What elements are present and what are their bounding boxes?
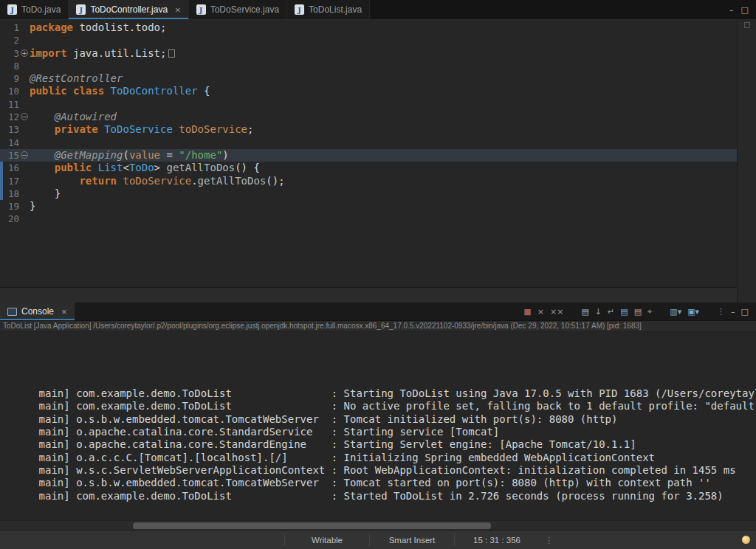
tab-label: ToDoService.java — [210, 4, 279, 15]
console-log-line: main] com.example.demo.ToDoList : Starte… — [1, 490, 756, 503]
code-line-3[interactable]: 3+import java.util.List; — [0, 47, 737, 60]
clear-console-icon[interactable]: ▤ — [581, 308, 588, 316]
console-panel: Console × ■×××▤↓↵▤▤⌖▥▾▣▾⋮–□ ToDoList [Ja… — [0, 303, 756, 530]
code-line-18[interactable]: 18 } — [0, 187, 737, 200]
folded-region-box[interactable] — [168, 49, 175, 58]
console-output[interactable]: main] com.example.demo.ToDoList : Starti… — [0, 332, 756, 520]
tab-todocontroller-java[interactable]: JToDoController.java× — [69, 0, 188, 19]
pin-console-icon[interactable]: ⌖ — [647, 308, 652, 316]
maximize-view-icon[interactable]: □ — [741, 308, 749, 316]
tab-todolist-java[interactable]: JToDoList.java — [287, 0, 370, 19]
tab-label: ToDoList.java — [309, 4, 362, 15]
line-number: 3 — [3, 47, 19, 60]
code-line-1[interactable]: 1package todolist.todo; — [0, 21, 737, 34]
java-file-icon: J — [295, 4, 304, 15]
console-log-line: main] o.s.b.w.embedded.tomcat.TomcatWebS… — [1, 477, 756, 489]
line-number: 12 — [3, 111, 19, 123]
status-writable: Writable — [284, 534, 369, 546]
tab-todo-java[interactable]: JToDo.java — [0, 0, 69, 19]
code-line-12[interactable]: 12− @Autowired — [0, 111, 737, 123]
console-tab-label: Console — [21, 306, 54, 317]
line-number: 1 — [3, 21, 19, 34]
console-log-line: main] o.apache.catalina.core.StandardSer… — [1, 426, 756, 438]
open-console-icon[interactable]: ▣▾ — [687, 308, 699, 316]
show-stderr-changes-icon[interactable]: ▤ — [634, 308, 642, 316]
line-number: 16 — [3, 162, 19, 174]
status-spacer — [0, 531, 284, 549]
editor-code: 1package todolist.todo;23+import java.ut… — [0, 21, 737, 226]
line-number: 8 — [3, 60, 19, 72]
console-log-line: main] o.a.c.c.C.[Tomcat].[localhost].[/]… — [1, 452, 756, 464]
remove-all-launches-icon[interactable]: ×× — [550, 308, 563, 316]
line-number: 17 — [3, 175, 19, 187]
code-line-14[interactable]: 14 — [0, 137, 737, 149]
show-stdout-changes-icon[interactable]: ▤ — [620, 308, 628, 316]
console-hscrollbar[interactable] — [0, 520, 756, 530]
line-number: 14 — [3, 137, 19, 149]
status-insert-mode: Smart Insert — [369, 534, 454, 546]
notification-bulb-icon[interactable] — [742, 536, 750, 544]
scroll-lock-icon[interactable]: ↓ — [595, 308, 602, 316]
tab-label: ToDoController.java — [90, 4, 168, 15]
line-number: 10 — [3, 85, 19, 97]
fold-collapsed-icon[interactable]: + — [21, 49, 28, 57]
code-line-19[interactable]: 19} — [0, 200, 737, 213]
console-log-line: main] o.apache.catalina.core.StandardEng… — [1, 438, 756, 451]
code-line-2[interactable]: 2 — [0, 34, 737, 46]
line-number: 9 — [3, 72, 19, 85]
line-number: 20 — [3, 213, 19, 225]
status-bar: Writable Smart Insert 15 : 31 : 356 ⋮ — [0, 530, 756, 549]
editor-hscrollbar[interactable] — [0, 287, 737, 303]
line-number: 2 — [3, 34, 19, 46]
tab-label: ToDo.java — [21, 4, 61, 15]
code-line-15[interactable]: 15− @GetMapping(value = "/home") — [0, 149, 737, 162]
console-toolbar: ■×××▤↓↵▤▤⌖▥▾▣▾⋮–□ — [523, 303, 756, 320]
line-number: 15 — [3, 149, 19, 162]
remove-launch-icon[interactable]: × — [537, 308, 544, 316]
code-line-8[interactable]: 8 — [0, 60, 737, 72]
code-line-13[interactable]: 13 private ToDoService toDoService; — [0, 123, 737, 136]
terminate-icon[interactable]: ■ — [523, 308, 531, 316]
console-log-line: main] o.s.b.w.embedded.tomcat.TomcatWebS… — [1, 413, 756, 426]
console-icon — [7, 308, 17, 316]
hscroll-thumb[interactable] — [133, 522, 491, 529]
line-number: 18 — [3, 187, 19, 200]
line-number: 13 — [3, 123, 19, 136]
editor-tab-bar: JToDo.javaJToDoController.java×JToDoServ… — [0, 0, 756, 20]
console-log-line: main] w.s.c.ServletWebServerApplicationC… — [1, 464, 756, 477]
code-line-10[interactable]: 10public class ToDoController { — [0, 85, 737, 97]
line-number: 11 — [3, 98, 19, 111]
word-wrap-icon[interactable]: ↵ — [608, 308, 614, 316]
editor-area-controls: –□ — [729, 0, 756, 19]
close-console-icon[interactable]: × — [61, 307, 67, 317]
editor-tabs: JToDo.javaJToDoController.java×JToDoServ… — [0, 0, 370, 19]
tab-console[interactable]: Console × — [0, 303, 75, 320]
java-file-icon: J — [196, 4, 206, 15]
editor-vscrollbar[interactable] — [737, 20, 756, 303]
console-process-info: ToDoList [Java Application] /Users/corey… — [0, 321, 756, 332]
code-line-20[interactable]: 20 — [0, 213, 737, 225]
java-file-icon: J — [76, 4, 86, 15]
code-line-9[interactable]: 9@RestController — [0, 72, 737, 85]
overview-ruler-header-icon — [744, 22, 750, 28]
code-editor[interactable]: 1package todolist.todo;23+import java.ut… — [0, 20, 737, 287]
line-number: 19 — [3, 200, 19, 213]
close-tab-icon[interactable]: × — [175, 5, 181, 15]
code-line-17[interactable]: 17 return toDoService.getAllToDos(); — [0, 175, 737, 187]
console-header: Console × ■×××▤↓↵▤▤⌖▥▾▣▾⋮–□ — [0, 303, 756, 321]
console-log-line: main] com.example.demo.ToDoList : Starti… — [1, 387, 756, 400]
minimize-editor-area-icon[interactable]: – — [729, 6, 734, 14]
tab-todoservice-java[interactable]: JToDoService.java — [189, 0, 287, 19]
console-log-line: main] com.example.demo.ToDoList : No act… — [1, 400, 756, 412]
maximize-editor-area-icon[interactable]: □ — [741, 6, 749, 14]
status-overflow-dots: ⋮ — [545, 535, 554, 545]
view-menu-icon[interactable]: ⋮ — [717, 308, 725, 316]
eclipse-window: JToDo.javaJToDoController.java×JToDoServ… — [0, 0, 756, 549]
minimize-view-icon[interactable]: – — [731, 308, 735, 316]
java-file-icon: J — [7, 4, 17, 15]
fold-expanded-icon[interactable]: − — [21, 113, 28, 120]
code-line-16[interactable]: 16 public List<ToDo> getAllToDos() { — [0, 162, 737, 174]
code-line-11[interactable]: 11 — [0, 98, 737, 111]
fold-expanded-icon[interactable]: − — [21, 151, 28, 159]
display-selected-console-icon[interactable]: ▥▾ — [670, 308, 681, 316]
